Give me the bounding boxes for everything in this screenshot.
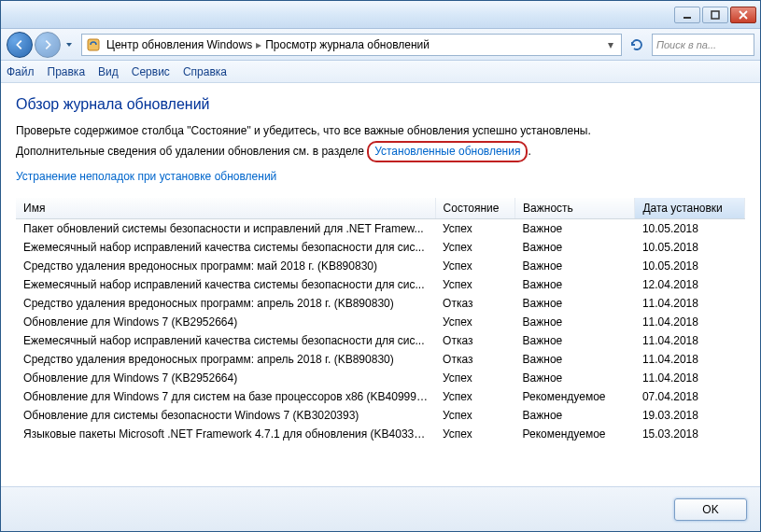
column-header-importance[interactable]: Важность bbox=[515, 198, 635, 219]
instruction-prefix: Дополнительные сведения об удалении обно… bbox=[16, 145, 367, 158]
cell-date: 11.04.2018 bbox=[635, 294, 745, 313]
cell-importance: Важное bbox=[515, 219, 635, 239]
table-row[interactable]: Средство удаления вредоносных программ: … bbox=[16, 350, 745, 369]
window-frame: Центр обновления Windows ▸ Просмотр журн… bbox=[0, 0, 761, 532]
cell-name: Средство удаления вредоносных программ: … bbox=[16, 257, 435, 275]
cell-date: 10.05.2018 bbox=[635, 238, 745, 257]
close-button[interactable] bbox=[730, 7, 756, 23]
menu-edit[interactable]: Правка bbox=[48, 65, 86, 78]
instruction-text-2: Дополнительные сведения об удалении обно… bbox=[16, 141, 745, 162]
cell-importance: Важное bbox=[515, 294, 635, 313]
cell-name: Языковые пакеты Microsoft .NET Framework… bbox=[16, 425, 435, 443]
minimize-button[interactable] bbox=[674, 7, 700, 23]
cell-date: 07.04.2018 bbox=[635, 387, 745, 406]
table-row[interactable]: Пакет обновлений системы безопасности и … bbox=[16, 219, 745, 239]
svg-rect-0 bbox=[683, 17, 691, 19]
forward-button[interactable] bbox=[35, 32, 61, 58]
update-history-table: Имя Состояние Важность Дата установки Па… bbox=[16, 198, 745, 477]
cell-date: 19.03.2018 bbox=[635, 406, 745, 425]
table-row[interactable]: Обновление для Windows 7 (KB2952664)Успе… bbox=[16, 313, 745, 331]
cell-state: Успех bbox=[435, 387, 515, 406]
cell-state: Отказ bbox=[435, 331, 515, 350]
cell-name: Обновление для Windows 7 для систем на б… bbox=[16, 387, 435, 406]
column-header-state[interactable]: Состояние bbox=[435, 198, 515, 219]
table-row[interactable]: Обновление для Windows 7 для систем на б… bbox=[16, 387, 745, 406]
instruction-text-1: Проверьте содержимое столбца "Состояние"… bbox=[16, 122, 745, 139]
cell-importance: Важное bbox=[515, 369, 635, 387]
cell-name: Обновление для системы безопасности Wind… bbox=[16, 406, 435, 425]
titlebar bbox=[1, 1, 760, 29]
breadcrumb-dropdown[interactable]: ▾ bbox=[604, 38, 617, 51]
back-button[interactable] bbox=[7, 32, 33, 58]
cell-importance: Важное bbox=[515, 331, 635, 350]
cell-state: Успех bbox=[435, 313, 515, 331]
cell-importance: Важное bbox=[515, 313, 635, 331]
breadcrumb[interactable]: Центр обновления Windows ▸ Просмотр журн… bbox=[81, 34, 622, 56]
cell-state: Успех bbox=[435, 219, 515, 239]
cell-importance: Рекомендуемое bbox=[515, 425, 635, 443]
breadcrumb-part-2[interactable]: Просмотр журнала обновлений bbox=[265, 38, 430, 51]
navigation-bar: Центр обновления Windows ▸ Просмотр журн… bbox=[1, 29, 760, 61]
cell-state: Успех bbox=[435, 369, 515, 387]
footer-bar: OK bbox=[1, 486, 760, 531]
column-header-date[interactable]: Дата установки bbox=[635, 198, 745, 219]
cell-importance: Важное bbox=[515, 406, 635, 425]
windows-update-icon bbox=[86, 37, 101, 52]
search-input[interactable]: Поиск в па... bbox=[652, 34, 754, 56]
table-row[interactable]: Ежемесячный набор исправлений качества с… bbox=[16, 275, 745, 294]
cell-date: 11.04.2018 bbox=[635, 313, 745, 331]
table-row[interactable]: Ежемесячный набор исправлений качества с… bbox=[16, 331, 745, 350]
menu-view[interactable]: Вид bbox=[98, 65, 119, 78]
cell-name: Обновление для Windows 7 (KB2952664) bbox=[16, 369, 435, 387]
menu-bar: Файл Правка Вид Сервис Справка bbox=[1, 61, 760, 83]
table-row[interactable]: Языковые пакеты Microsoft .NET Framework… bbox=[16, 425, 745, 443]
cell-state: Успех bbox=[435, 238, 515, 257]
cell-state: Успех bbox=[435, 425, 515, 443]
svg-rect-1 bbox=[712, 11, 719, 19]
cell-importance: Рекомендуемое bbox=[515, 387, 635, 406]
cell-date: 15.03.2018 bbox=[635, 425, 745, 443]
svg-rect-2 bbox=[88, 39, 99, 50]
page-title: Обзор журнала обновлений bbox=[16, 96, 745, 113]
table-row[interactable]: Обновление для системы безопасности Wind… bbox=[16, 406, 745, 425]
ok-button[interactable]: OK bbox=[674, 498, 747, 521]
cell-date: 10.05.2018 bbox=[635, 219, 745, 239]
table-row[interactable]: Средство удаления вредоносных программ: … bbox=[16, 257, 745, 275]
troubleshoot-link[interactable]: Устранение неполадок при установке обнов… bbox=[16, 170, 276, 183]
cell-state: Отказ bbox=[435, 294, 515, 313]
maximize-button[interactable] bbox=[702, 7, 728, 23]
cell-importance: Важное bbox=[515, 350, 635, 369]
cell-name: Ежемесячный набор исправлений качества с… bbox=[16, 275, 435, 294]
installed-updates-link[interactable]: Установленные обновления bbox=[367, 141, 528, 162]
menu-help[interactable]: Справка bbox=[183, 65, 227, 78]
menu-tools[interactable]: Сервис bbox=[132, 65, 170, 78]
content-area: Обзор журнала обновлений Проверьте содер… bbox=[1, 83, 760, 486]
cell-name: Ежемесячный набор исправлений качества с… bbox=[16, 331, 435, 350]
cell-importance: Важное bbox=[515, 257, 635, 275]
nav-history-dropdown[interactable] bbox=[63, 35, 76, 55]
column-header-name[interactable]: Имя bbox=[16, 198, 435, 219]
cell-state: Успех bbox=[435, 257, 515, 275]
table-header-row: Имя Состояние Важность Дата установки bbox=[16, 198, 745, 219]
cell-name: Обновление для Windows 7 (KB2952664) bbox=[16, 313, 435, 331]
cell-name: Ежемесячный набор исправлений качества с… bbox=[16, 238, 435, 257]
cell-state: Отказ bbox=[435, 350, 515, 369]
menu-file[interactable]: Файл bbox=[7, 65, 35, 78]
cell-name: Средство удаления вредоносных программ: … bbox=[16, 294, 435, 313]
cell-date: 11.04.2018 bbox=[635, 331, 745, 350]
cell-state: Успех bbox=[435, 406, 515, 425]
cell-importance: Важное bbox=[515, 275, 635, 294]
cell-date: 10.05.2018 bbox=[635, 257, 745, 275]
cell-date: 12.04.2018 bbox=[635, 275, 745, 294]
search-placeholder: Поиск в па... bbox=[656, 39, 716, 50]
table-row[interactable]: Средство удаления вредоносных программ: … bbox=[16, 294, 745, 313]
breadcrumb-separator: ▸ bbox=[256, 38, 261, 51]
cell-state: Успех bbox=[435, 275, 515, 294]
refresh-button[interactable] bbox=[626, 34, 648, 56]
cell-name: Средство удаления вредоносных программ: … bbox=[16, 350, 435, 369]
breadcrumb-part-1[interactable]: Центр обновления Windows bbox=[106, 38, 252, 51]
cell-name: Пакет обновлений системы безопасности и … bbox=[16, 219, 435, 239]
table-row[interactable]: Ежемесячный набор исправлений качества с… bbox=[16, 238, 745, 257]
cell-importance: Важное bbox=[515, 238, 635, 257]
table-row[interactable]: Обновление для Windows 7 (KB2952664)Успе… bbox=[16, 369, 745, 387]
